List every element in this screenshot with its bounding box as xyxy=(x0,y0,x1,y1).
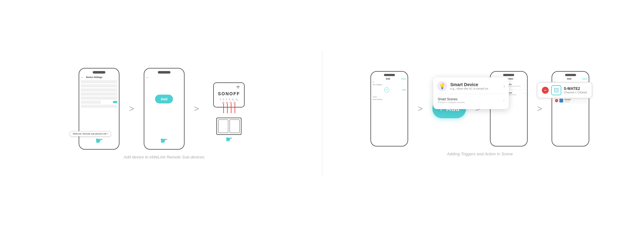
back-icon: ← xyxy=(81,75,84,79)
smart-device-chevron: › xyxy=(524,84,525,86)
final-header: ← Add Save xyxy=(554,78,587,80)
that-actions-label: that actions xyxy=(373,98,406,100)
hand-cursor-phone2: ☛ xyxy=(160,136,168,146)
menu-share xyxy=(81,88,117,91)
scene-phone1-header: ← Add Save xyxy=(373,78,406,80)
svg-rect-0 xyxy=(554,88,558,92)
scene-triggers-label: this triggers xyxy=(373,84,406,86)
left-section: ← Device Settings xyxy=(19,68,309,159)
menu-lan xyxy=(81,101,117,104)
scene-phone1: ← Add Save If this triggers + Add Then t… xyxy=(370,71,408,147)
smart-popup-texts: Smart Device e.g., when the AC is turned… xyxy=(450,82,488,90)
ewelink-tooltip-text: eWeLink- Remote sub-devices 0/8 > xyxy=(73,133,108,135)
phone2-wrapper: ← Add ☛ xyxy=(144,68,185,150)
port-circles xyxy=(222,102,236,104)
add-action-wrapper: ← Add Action 💡 Smart Device e.g., when t… xyxy=(490,71,528,147)
minib3-text: MINIB3 Restore xyxy=(564,99,571,102)
smart-popup-scenes[interactable]: Smart Scenes Perform multiple scenes › xyxy=(437,96,505,105)
switch-half-right xyxy=(230,119,240,133)
svg-rect-1 xyxy=(555,89,557,91)
smart-popup-icon: 💡 xyxy=(437,81,447,91)
wifi-icon xyxy=(236,86,240,89)
lan-label xyxy=(81,101,101,104)
smart-popup-divider xyxy=(437,94,505,94)
add-circle-btn[interactable]: + xyxy=(384,87,389,92)
add-button[interactable]: Add xyxy=(155,95,173,103)
scenes-title: Smart Scenes xyxy=(438,97,465,101)
port-labels: S S S SI SII SIII xyxy=(220,98,238,101)
menu-group xyxy=(81,92,117,96)
scene-phone1-wrapper: ← Add Save If this triggers + Add Then t… xyxy=(370,71,408,147)
menu-wechat xyxy=(81,97,117,100)
minib3-item: − MINIB3 Restore xyxy=(555,99,586,102)
phone1-notch xyxy=(93,71,105,74)
minib3-sub: Restore xyxy=(564,101,569,102)
arrow1: > xyxy=(129,104,134,114)
smate2-chip-text: S-MATE2 Channel 1 Clicked. xyxy=(564,86,588,94)
scene-add-row: + Add xyxy=(373,86,406,93)
smate2-chip-minus[interactable]: − xyxy=(542,87,549,94)
menu-devset xyxy=(81,105,117,108)
smart-popup-header: 💡 Smart Device e.g., when the AC is turn… xyxy=(437,81,505,91)
menu-location xyxy=(81,84,117,87)
arrow5: > xyxy=(537,104,542,114)
scenes-sub: Perform multiple scenes xyxy=(438,101,465,104)
sonoff-box: SONOFF S S S SI SII SIII xyxy=(213,82,245,108)
right-section: ← Add Save If this triggers + Add Then t… xyxy=(335,71,625,156)
section-divider xyxy=(322,51,322,176)
lan-toggle[interactable] xyxy=(113,101,117,103)
smart-popup-subtitle: e.g., when the AC is turned on xyxy=(450,87,488,90)
minib3-minus[interactable]: − xyxy=(555,99,558,102)
smate2-chip: − S-MATE2 Channel 1 Clicked. xyxy=(537,82,593,98)
smate2-chip-name: S-MATE2 xyxy=(564,86,588,91)
right-steps-row: ← Add Save If this triggers + Add Then t… xyxy=(370,71,589,147)
phone2-back: ← xyxy=(146,75,149,79)
scenes-chevron: › xyxy=(503,99,504,102)
arrow2: > xyxy=(194,104,199,114)
hand-cursor-phone1: ☛ xyxy=(95,136,103,146)
sonoff-logo: SONOFF xyxy=(218,91,240,96)
phone1: ← Device Settings xyxy=(79,68,119,150)
smart-popup-title: Smart Device xyxy=(450,82,488,87)
right-caption: Adding Triggers and Action in Scene xyxy=(447,152,513,156)
phone1-title: Device Settings xyxy=(86,76,102,78)
scene-phone1-notch xyxy=(384,74,395,76)
scene-save-btn[interactable]: Save xyxy=(401,78,406,80)
minib3-name: MINIB3 xyxy=(564,99,571,101)
minib3-icon xyxy=(559,99,563,102)
final-phone-wrapper: ← Add Save If this triggers − xyxy=(552,71,589,147)
scene-title: Add xyxy=(386,78,390,80)
add-row-text: Add xyxy=(402,89,406,91)
scene-phone1-screen: ← Add Save If this triggers + Add Then t… xyxy=(371,76,408,146)
switch-half-left xyxy=(218,119,228,133)
left-steps-row: ← Device Settings xyxy=(79,68,249,150)
scene-if-label: If xyxy=(373,81,406,83)
menu-shortcut xyxy=(81,80,117,83)
arrow3: > xyxy=(418,104,423,114)
smate2-chip-icon xyxy=(551,85,561,95)
smart-scenes-chevron: › xyxy=(524,92,525,95)
sonoff-device: SONOFF S S S SI SII SIII xyxy=(208,82,249,135)
smart-popup-scenes-text: Smart Scenes Perform multiple scenes xyxy=(438,97,465,104)
hand-cursor-switch: ☛ xyxy=(225,135,233,144)
phone2: ← Add ☛ xyxy=(144,68,185,150)
smate2-chip-sub: Channel 1 Clicked. xyxy=(564,91,588,94)
smart-popup-chevron: › xyxy=(503,84,505,89)
scene-back-btn[interactable]: ← xyxy=(373,78,375,80)
phone1-header: ← Device Settings xyxy=(81,75,117,79)
final-phone-notch xyxy=(565,74,576,76)
final-back[interactable]: ← xyxy=(554,78,556,80)
main-container: ← Device Settings xyxy=(0,0,644,227)
final-save[interactable]: Save xyxy=(582,78,587,80)
phone1-wrapper: ← Device Settings xyxy=(79,68,119,150)
then-label: Then xyxy=(373,96,406,98)
switch-panel: ☛ xyxy=(216,118,242,135)
left-caption: Add device to eWeLink Remote Sub-devices xyxy=(124,155,204,159)
ewelink-tooltip[interactable]: eWeLink- Remote sub-devices 0/8 > xyxy=(70,131,111,136)
phone2-header: ← xyxy=(146,75,182,79)
smart-device-popup: 💡 Smart Device e.g., when the AC is turn… xyxy=(433,77,509,109)
final-title: Add xyxy=(567,78,571,80)
phone2-notch xyxy=(158,71,170,74)
add-action-notch xyxy=(503,74,514,76)
